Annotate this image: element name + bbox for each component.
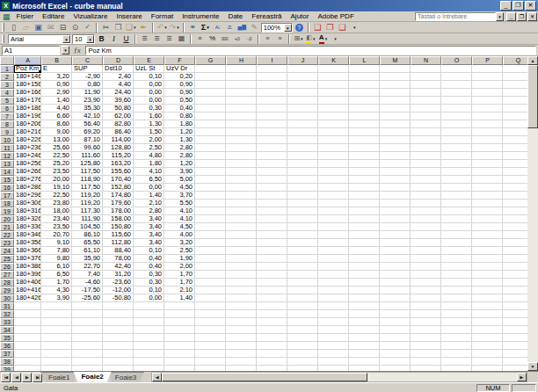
cell-F21[interactable]: 4,50 [164, 223, 195, 231]
toolbar-options-button[interactable]: ▾ [349, 22, 360, 33]
cell-O37[interactable] [441, 350, 472, 358]
cell-F36[interactable] [164, 342, 195, 350]
fx-icon[interactable]: ƒx [71, 47, 84, 54]
cell-D21[interactable]: 150,80 [103, 223, 134, 231]
scroll-up-icon[interactable]: ▲ [527, 56, 538, 65]
cell-H3[interactable] [226, 81, 257, 89]
cell-N7[interactable] [411, 113, 441, 120]
cell-D26[interactable]: 42,40 [103, 263, 134, 271]
cell-F38[interactable] [164, 358, 195, 366]
cell-J14[interactable] [287, 168, 318, 176]
cell-L16[interactable] [349, 184, 380, 192]
cell-E16[interactable]: 0,00 [134, 184, 164, 192]
cell-C12[interactable]: 111,60 [72, 152, 103, 160]
cell-D6[interactable]: 50,80 [103, 105, 134, 113]
sort-descending-button[interactable]: Z↓ [224, 22, 236, 33]
cell-M25[interactable] [380, 255, 411, 263]
vertical-scroll-track[interactable] [527, 128, 538, 362]
cell-N10[interactable] [411, 136, 441, 144]
cell-E32[interactable] [134, 310, 164, 318]
cell-E10[interactable]: 2,00 [134, 136, 164, 144]
cell-G27[interactable] [195, 271, 226, 279]
cell-D30[interactable]: -50,80 [103, 294, 134, 302]
cell-Q10[interactable] [503, 136, 527, 144]
cell-A7[interactable]: 180+196 [14, 113, 41, 120]
cell-F13[interactable]: 1,20 [164, 160, 195, 168]
cell-J35[interactable] [287, 334, 318, 342]
cell-O36[interactable] [441, 342, 472, 350]
cell-D24[interactable]: 88,40 [103, 247, 134, 255]
cell-Q34[interactable] [503, 326, 527, 334]
column-header-K[interactable]: K [318, 56, 349, 65]
cell-M3[interactable] [380, 81, 411, 89]
cell-I32[interactable] [257, 310, 287, 318]
cell-G26[interactable] [195, 263, 226, 271]
cell-F33[interactable] [164, 318, 195, 326]
cell-J21[interactable] [287, 223, 318, 231]
cell-J17[interactable] [287, 192, 318, 200]
cell-J9[interactable] [287, 128, 318, 136]
cell-K32[interactable] [318, 310, 349, 318]
cell-L29[interactable] [349, 287, 380, 294]
cell-H35[interactable] [226, 334, 257, 342]
cell-N30[interactable] [411, 294, 441, 302]
cell-A10[interactable]: 180+226 [14, 136, 41, 144]
cell-E7[interactable]: 1,60 [134, 113, 164, 120]
cell-L14[interactable] [349, 168, 380, 176]
cell-N13[interactable] [411, 160, 441, 168]
cell-B2[interactable]: 3,20 [41, 73, 72, 81]
cell-L38[interactable] [349, 358, 380, 366]
row-header-37[interactable]: 37 [0, 350, 14, 358]
cell-F16[interactable]: 4,50 [164, 184, 195, 192]
cell-K21[interactable] [318, 223, 349, 231]
cell-G1[interactable] [195, 65, 226, 73]
cell-K15[interactable] [318, 176, 349, 184]
cell-E30[interactable]: 0,00 [134, 294, 164, 302]
cell-I5[interactable] [257, 97, 287, 105]
cell-I28[interactable] [257, 279, 287, 287]
cell-P25[interactable] [472, 255, 503, 263]
cell-C3[interactable]: 0,80 [72, 81, 103, 89]
cell-F37[interactable] [164, 350, 195, 358]
cell-F1[interactable]: UzV Dr [164, 65, 195, 73]
bold-button[interactable]: B [96, 33, 107, 44]
row-header-25[interactable]: 25 [0, 255, 14, 263]
horizontal-scrollbar[interactable]: ◀ ▶ [151, 372, 527, 382]
cell-P16[interactable] [472, 184, 503, 192]
cell-J30[interactable] [287, 294, 318, 302]
cell-I1[interactable] [257, 65, 287, 73]
cell-I4[interactable] [257, 89, 287, 97]
cell-O4[interactable] [441, 89, 472, 97]
cell-P12[interactable] [472, 152, 503, 160]
cell-C11[interactable]: 99,60 [72, 144, 103, 152]
cell-P27[interactable] [472, 271, 503, 279]
cell-C32[interactable] [72, 310, 103, 318]
formula-input[interactable]: Poz Km [85, 46, 536, 55]
cell-P5[interactable] [472, 97, 503, 105]
cell-H20[interactable] [226, 215, 257, 223]
cell-H13[interactable] [226, 160, 257, 168]
cell-K1[interactable] [318, 65, 349, 73]
cell-G36[interactable] [195, 342, 226, 350]
cell-J26[interactable] [287, 263, 318, 271]
cell-E4[interactable]: 0,00 [134, 89, 164, 97]
cell-A8[interactable]: 180+206 [14, 120, 41, 128]
cell-H32[interactable] [226, 310, 257, 318]
cell-F26[interactable]: 2,00 [164, 263, 195, 271]
cell-E28[interactable]: 0,30 [134, 279, 164, 287]
cell-D28[interactable]: -23,60 [103, 279, 134, 287]
cell-Q5[interactable] [503, 97, 527, 105]
cell-A38[interactable] [14, 358, 41, 366]
cell-L28[interactable] [349, 279, 380, 287]
cell-H19[interactable] [226, 207, 257, 215]
cell-B24[interactable]: 7,80 [41, 247, 72, 255]
cell-F11[interactable]: 2,80 [164, 144, 195, 152]
cell-N14[interactable] [411, 168, 441, 176]
cell-N2[interactable] [411, 73, 441, 81]
cell-I29[interactable] [257, 287, 287, 294]
cell-P22[interactable] [472, 231, 503, 239]
cell-P26[interactable] [472, 263, 503, 271]
font-size-combo[interactable]: 10 ▾ [72, 34, 95, 44]
cell-E11[interactable]: 2,50 [134, 144, 164, 152]
cell-P31[interactable] [472, 302, 503, 310]
